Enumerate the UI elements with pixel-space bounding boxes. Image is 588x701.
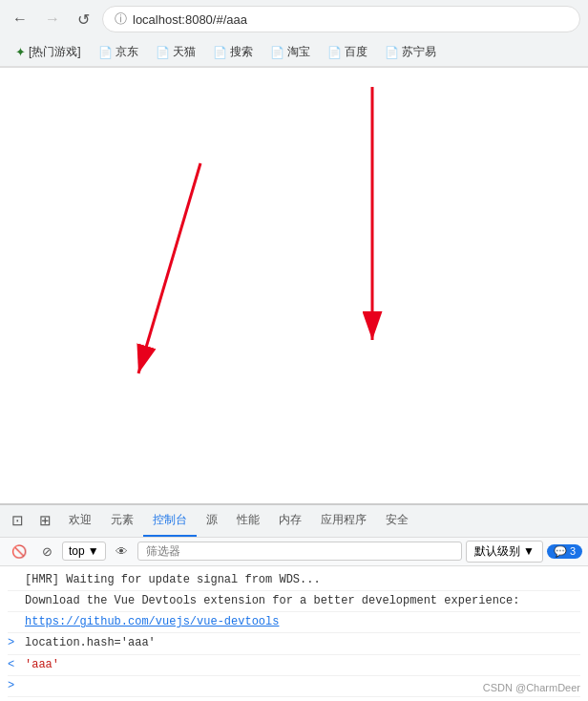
console-line: https://github.com/vuejs/vue-devtools [8, 612, 580, 633]
forward-button[interactable]: → [40, 9, 65, 30]
message-count: 3 [570, 545, 576, 557]
message-icon: 💬 [554, 545, 567, 558]
devtools-tabs: ⊡ ⊞ 欢迎元素控制台源性能内存应用程序安全 [0, 505, 588, 538]
eye-button[interactable]: 👁 [110, 542, 134, 562]
svg-line-2 [138, 163, 200, 373]
bookmark-label: 淘宝 [287, 44, 310, 60]
console-line: <'aaa' [8, 655, 580, 676]
devtools-panel: ⊡ ⊞ 欢迎元素控制台源性能内存应用程序安全 🚫 ⊘ top ▼ 👁 默认级别 … [0, 503, 588, 701]
back-button[interactable]: ← [8, 9, 32, 30]
devtools-tab-application[interactable]: 应用程序 [311, 505, 376, 537]
console-line: Download the Vue Devtools extension for … [8, 591, 580, 612]
info-icon: ⓘ [115, 11, 127, 28]
undock-button[interactable]: ⊞ [32, 506, 59, 535]
bookmark-search[interactable]: 📄搜索 [205, 41, 261, 63]
devtools-tab-sources[interactable]: 源 [197, 505, 227, 537]
level-dropdown-icon: ▼ [523, 544, 535, 558]
bookmark-tianmao[interactable]: 📄天猫 [148, 41, 203, 63]
bookmark-label: 苏宁易 [402, 44, 436, 60]
bookmark-icon: ✦ [15, 45, 26, 59]
nav-bar: ← → ↺ ⓘ localhost:8080/#/aaa [0, 0, 588, 38]
bookmark-icon: 📄 [327, 46, 342, 59]
address-bar[interactable]: ⓘ localhost:8080/#/aaa [102, 6, 580, 32]
devtools-tab-memory[interactable]: 内存 [269, 505, 311, 537]
console-caret: > [8, 677, 14, 695]
bookmark-label: [热门游戏] [29, 44, 81, 60]
console-output: [HMR] Waiting for update signal from WDS… [0, 566, 588, 701]
bookmark-taobao[interactable]: 📄淘宝 [262, 41, 318, 63]
message-badge: 💬 3 [547, 544, 582, 559]
context-dropdown-icon: ▼ [88, 544, 99, 558]
clear-log-button[interactable]: ⊘ [36, 542, 58, 562]
bookmark-suning[interactable]: 📄苏宁易 [377, 41, 444, 63]
console-text: Download the Vue Devtools extension for … [25, 592, 519, 610]
bookmark-jingdong[interactable]: 📄京东 [91, 41, 146, 63]
browser-chrome: ← → ↺ ⓘ localhost:8080/#/aaa ✦[热门游戏]📄京东📄… [0, 0, 588, 68]
page-content [0, 68, 588, 421]
level-select[interactable]: 默认级别 ▼ [466, 541, 543, 563]
context-value: top [69, 544, 85, 558]
filter-input[interactable] [137, 542, 462, 561]
bookmark-icon: 📄 [385, 46, 399, 59]
bookmark-label: 搜索 [230, 44, 253, 60]
reload-button[interactable]: ↺ [73, 9, 94, 31]
console-prompt: < [8, 656, 21, 674]
devtools-tab-security[interactable]: 安全 [376, 505, 418, 537]
watermark: CSDN @CharmDeer [483, 682, 580, 693]
devtools-tab-welcome[interactable]: 欢迎 [59, 505, 101, 537]
console-string: 'aaa' [25, 656, 59, 674]
bookmark-icon: 📄 [156, 46, 170, 59]
console-line: [HMR] Waiting for update signal from WDS… [8, 570, 580, 591]
level-label: 默认级别 [474, 543, 520, 560]
bookmarks-bar: ✦[热门游戏]📄京东📄天猫📄搜索📄淘宝📄百度📄苏宁易 [0, 38, 588, 67]
devtools-tab-console[interactable]: 控制台 [143, 505, 197, 537]
console-prompt: > [8, 634, 21, 652]
devtools-toolbar: 🚫 ⊘ top ▼ 👁 默认级别 ▼ 💬 3 [0, 538, 588, 566]
bookmark-label: 天猫 [173, 44, 196, 60]
bookmark-baidu[interactable]: 📄百度 [320, 41, 375, 63]
arrows-overlay [0, 68, 588, 421]
bookmark-label: 京东 [116, 44, 138, 60]
clear-console-button[interactable]: 🚫 [6, 542, 32, 562]
bookmark-icon: 📄 [213, 46, 227, 59]
bookmark-hotgames[interactable]: ✦[热门游戏] [8, 41, 89, 63]
console-text: [HMR] Waiting for update signal from WDS… [25, 571, 321, 589]
address-text: localhost:8080/#/aaa [133, 12, 247, 27]
console-link[interactable]: https://github.com/vuejs/vue-devtools [25, 613, 279, 631]
console-line: >location.hash='aaa' [8, 633, 580, 654]
bookmark-icon: 📄 [98, 46, 113, 59]
bookmark-label: 百度 [345, 44, 368, 60]
console-code: location.hash='aaa' [25, 634, 156, 652]
dock-button[interactable]: ⊡ [4, 506, 32, 535]
bookmark-icon: 📄 [270, 46, 284, 59]
context-select[interactable]: top ▼ [62, 542, 106, 561]
devtools-tab-performance[interactable]: 性能 [227, 505, 269, 537]
devtools-tab-elements[interactable]: 元素 [101, 505, 143, 537]
